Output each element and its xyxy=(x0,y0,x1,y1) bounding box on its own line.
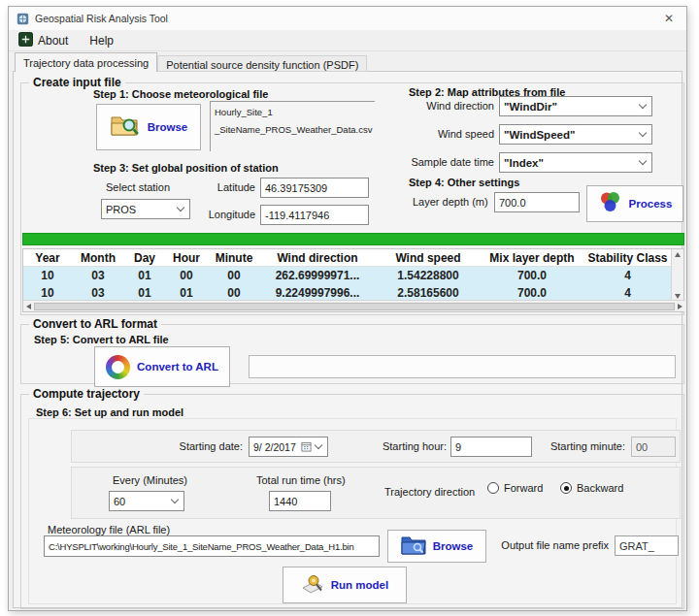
total-run-time-label: Total run time (hrs) xyxy=(256,474,346,486)
group-create-input-title: Create input file xyxy=(29,76,125,89)
every-minutes-combobox[interactable]: 60 xyxy=(109,491,184,511)
chevron-down-icon xyxy=(639,157,647,165)
starting-minute-label: Starting minute: xyxy=(544,440,625,452)
latitude-value: 46.39175309 xyxy=(265,182,327,194)
tab-trajectory-data-processing[interactable]: Trajectory data processing xyxy=(15,52,157,72)
latitude-field[interactable]: 46.39175309 xyxy=(260,178,369,198)
layer-depth-field[interactable]: 700.0 xyxy=(494,192,580,212)
scroll-left-icon[interactable] xyxy=(26,304,31,309)
process-circles-icon xyxy=(598,191,622,217)
app-icon xyxy=(17,13,29,25)
met-file-path-field[interactable]: C:\HYSPLIT\working\Hourly_Site_1_SiteNam… xyxy=(44,535,380,557)
starting-hour-label: Starting hour: xyxy=(379,440,447,452)
convert-progressbar xyxy=(249,355,676,378)
scrollbar-thumb[interactable] xyxy=(34,303,675,310)
col-minute[interactable]: Minute xyxy=(208,251,260,265)
step4-title: Step 4: Other settings xyxy=(409,177,519,188)
total-run-time-field[interactable]: 1440 xyxy=(269,491,331,511)
latitude-label: Latitude xyxy=(197,181,255,193)
process-button[interactable]: Process xyxy=(586,185,683,222)
starting-date-value: 9/ 2/2017 xyxy=(253,441,298,453)
col-wind-speed[interactable]: Wind speed xyxy=(375,251,482,265)
blue-folder-icon xyxy=(401,535,426,559)
cell: 00 xyxy=(208,286,260,300)
col-day[interactable]: Day xyxy=(124,251,165,265)
trajectory-direction-label: Trajectory direction xyxy=(384,486,475,498)
cell: 2.58165600 xyxy=(375,286,482,300)
wind-speed-value: "WindSpeed" xyxy=(504,129,636,141)
longitude-value: -119.4117946 xyxy=(265,210,329,221)
station-value: PROS xyxy=(106,204,174,215)
run-model-icon xyxy=(301,572,324,598)
starting-hour-field[interactable]: 9 xyxy=(450,437,532,457)
station-combobox[interactable]: PROS xyxy=(101,199,190,219)
starting-hour-value: 9 xyxy=(455,441,461,453)
menu-help-label: Help xyxy=(89,34,114,48)
tabstrip: Trajectory data processing Potential sou… xyxy=(15,52,367,72)
menu-about[interactable]: About xyxy=(18,32,68,49)
screen: Geospatial Risk Analysis Tool ✕ About He… xyxy=(0,0,699,616)
wind-speed-combobox[interactable]: "WindSpeed" xyxy=(499,124,652,145)
scroll-right-icon[interactable] xyxy=(678,304,682,309)
wind-direction-combobox[interactable]: "WindDir" xyxy=(499,96,652,116)
every-minutes-label: Every (Minutes) xyxy=(113,474,187,486)
tab-psdf[interactable]: Potential source density function (PSDF) xyxy=(157,55,367,72)
cell: 9.2249997996... xyxy=(260,286,375,300)
every-minutes-value: 60 xyxy=(114,496,168,507)
cell: 03 xyxy=(72,286,124,300)
col-mix-layer-depth[interactable]: Mix layer depth xyxy=(482,251,582,265)
cell: 00 xyxy=(165,269,208,282)
processing-progressbar xyxy=(22,233,684,245)
col-hour[interactable]: Hour xyxy=(165,251,208,265)
browse-met-file-label: Browse xyxy=(148,121,188,133)
process-label: Process xyxy=(629,198,673,210)
convert-to-arl-label: Convert to ARL xyxy=(137,361,218,373)
radio-forward-circle-icon[interactable] xyxy=(487,482,499,494)
starting-date-picker[interactable]: 9/ 2/2017 xyxy=(249,437,328,457)
convert-to-arl-button[interactable]: Convert to ARL xyxy=(94,346,230,387)
step5-title: Step 5: Convert to ARL file xyxy=(34,334,169,345)
starting-date-label: Starting date: xyxy=(146,440,243,452)
menu-help[interactable]: Help xyxy=(89,34,114,48)
sample-date-time-combobox[interactable]: "Index" xyxy=(499,152,652,173)
step3-title: Step 3: Set global position of station xyxy=(93,162,279,174)
radio-forward[interactable]: Forward xyxy=(487,482,543,494)
starting-minute-value: 00 xyxy=(636,441,648,453)
col-year[interactable]: Year xyxy=(23,251,72,265)
close-icon[interactable]: ✕ xyxy=(651,7,686,29)
radio-backward-circle-icon[interactable] xyxy=(560,482,572,494)
cell: 01 xyxy=(124,269,165,282)
table-row[interactable]: 10 03 01 00 00 262.69999971... 1.5422880… xyxy=(23,267,673,284)
layer-depth-value: 700.0 xyxy=(499,197,526,209)
about-icon xyxy=(18,32,33,49)
col-month[interactable]: Month xyxy=(72,251,124,265)
col-stability-class[interactable]: Stability Class xyxy=(582,251,673,265)
browse-arl-file-button[interactable]: Browse xyxy=(387,530,486,563)
scroll-up-icon[interactable] xyxy=(675,252,681,257)
chevron-down-icon xyxy=(171,496,179,503)
menu-about-label: About xyxy=(38,34,68,48)
rainbow-ring-icon xyxy=(106,355,130,379)
output-prefix-field[interactable]: GRAT_ xyxy=(615,535,679,556)
browse-met-file-button[interactable]: Browse xyxy=(96,104,201,150)
table-horizontal-scrollbar[interactable] xyxy=(23,300,685,311)
radio-backward[interactable]: Backward xyxy=(560,482,623,494)
scroll-down-icon[interactable] xyxy=(675,294,681,299)
start-settings-panel: Starting date: 9/ 2/2017 Starting hour: … xyxy=(71,430,681,463)
wind-direction-value: "WindDir" xyxy=(504,101,636,113)
step6-title: Step 6: Set up and run model xyxy=(36,406,183,418)
longitude-field[interactable]: -119.4117946 xyxy=(260,205,369,225)
cell: 1.54228800 xyxy=(375,269,482,282)
starting-minute-field: 00 xyxy=(631,437,676,457)
step1-title: Step 1: Choose meteorological file xyxy=(93,88,268,100)
cell: 4 xyxy=(582,269,673,282)
folder-search-icon xyxy=(110,113,141,142)
cell: 10 xyxy=(23,286,72,300)
cell: 4 xyxy=(582,286,673,300)
run-model-button[interactable]: Run model xyxy=(283,567,407,603)
table-vertical-scrollbar[interactable] xyxy=(671,249,683,302)
cell: 00 xyxy=(208,269,260,282)
col-wind-direction[interactable]: Wind direction xyxy=(260,251,375,265)
chevron-down-icon xyxy=(315,441,322,449)
chevron-down-icon xyxy=(639,129,647,137)
